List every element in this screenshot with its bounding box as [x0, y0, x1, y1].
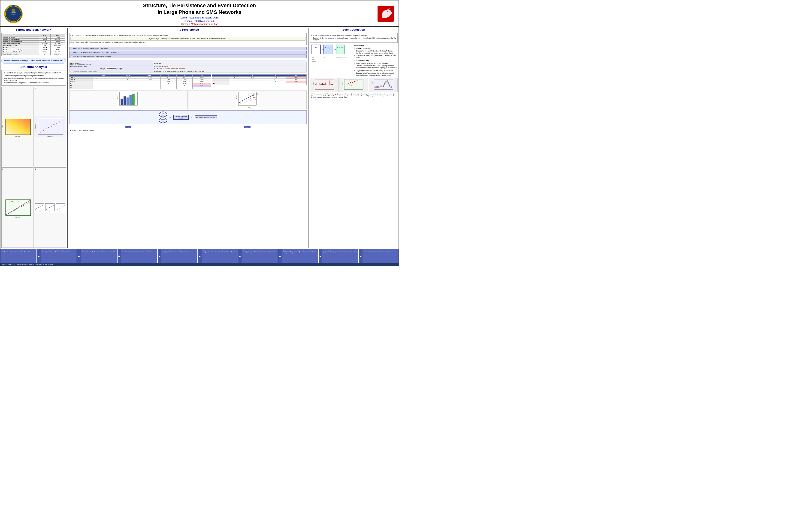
svg-rect-56 — [311, 45, 321, 54]
cloud-stats: Around 2M users, 50M edges, 500M phone c… — [1, 58, 66, 63]
degree-cell: Degree (K) — [153, 62, 307, 65]
ed-plot-caption: (left) Z score vs time with W=5 and F=in… — [310, 93, 398, 99]
corr-row-tp: TP1 — [70, 87, 211, 89]
pred-plot-2: number of days Accuracy LR with all feat… — [188, 91, 307, 109]
ed-plot-3: time (days) inweight — [369, 78, 398, 92]
question-1-text: How to predict whether a link will persi… — [73, 48, 109, 49]
svg-point-21 — [59, 121, 60, 122]
summary-arrow-4: ▶ — [158, 249, 162, 263]
summary-text-10: These results can be used to spot top us… — [364, 250, 397, 254]
summary-box-4: Tie strength increases by increasing nei… — [121, 249, 158, 263]
ed-bullet-3: Largest eigenvector of C give the 'activ… — [354, 70, 398, 72]
network-cell: 468.70M — [51, 51, 65, 53]
check-icon-1: ✔ — [71, 48, 72, 50]
svg-text:avg k_nn: avg k_nn — [34, 124, 36, 130]
svg-text:(b) # Phone calls: (b) # Phone calls — [48, 211, 53, 212]
summary-arrow-1: ▶ — [37, 249, 41, 263]
network-cell: 0.55M — [39, 47, 51, 49]
corr2-empty — [212, 74, 229, 76]
svg-text:a(t): a(t) — [312, 56, 314, 58]
svg-text:typical: typical — [312, 59, 315, 60]
ed-plot-1: time (days) Z score — [310, 78, 339, 92]
lr-inputs-text: • Link A-B • Link & node attr at time t — [69, 129, 307, 132]
footer: Dataset used for this work was provided … — [0, 263, 399, 266]
summary-box-2: Deg of node & avg deg of its neighbors e… — [41, 249, 77, 263]
svg-rect-41 — [127, 97, 129, 105]
summary-text-7: Regression techniques give better accura… — [243, 250, 277, 254]
svg-point-14 — [40, 132, 41, 133]
summary-box-3: Total node strength grows super-linearly… — [81, 249, 117, 263]
svg-rect-89 — [331, 84, 332, 85]
lr-oval-node: Nodeattr — [159, 117, 167, 123]
svg-rect-75 — [316, 84, 316, 85]
title-line1: Structure, Tie Persistence and Event Det… — [23, 2, 376, 9]
corr-row-dr: Delta_r10.080.060.043 — [70, 81, 211, 83]
svg-point-17 — [48, 127, 50, 128]
summary-text-8: Large change in users' "eigen-behaviors"… — [283, 250, 317, 254]
question-2-text: How are these attributes correlated to e… — [73, 52, 119, 53]
question-2: ✔ How are these attributes correlated to… — [69, 51, 307, 54]
network-row-label: Total number of SMS/calls — [3, 51, 39, 53]
right-column: Event Detection At which points in time … — [310, 28, 398, 248]
phone-sms-title: Phone and SMS network — [1, 28, 66, 32]
svg-rect-80 — [321, 83, 322, 85]
footer-text: Dataset used for this work was provided … — [2, 264, 55, 265]
corr-r: R — [161, 74, 177, 76]
svg-rect-9 — [6, 119, 30, 134]
corr2-k: K — [240, 74, 265, 76]
node-attr-header: Node Attributes — [153, 60, 307, 62]
svg-point-18 — [51, 126, 52, 127]
svg-rect-42 — [129, 95, 132, 105]
network-row-label: Number of nodes — [3, 37, 39, 39]
corr-row-dk: Delta_K1-0.13-0.4-0.40.073 — [70, 78, 211, 81]
svg-text:Z score: Z score — [313, 82, 314, 84]
svg-rect-77 — [318, 84, 318, 85]
event-detection-plots: time (days) Z score — [310, 78, 398, 92]
svg-point-97 — [351, 85, 352, 86]
network-cell: N/A — [39, 53, 51, 55]
svg-text:N: N — [315, 46, 317, 49]
corr-deltak: Delta_K — [116, 74, 139, 76]
network-row-label: Number of undirected edges — [3, 41, 39, 43]
cmu-logo: Carnegie Mellon UNIVERSITY — [4, 5, 23, 23]
tp-formula: pij = 1/M Σ Aij(T) where Aij(T) is 1 if … — [71, 37, 305, 41]
chart-3: 3 degree k y=1.202x+0.174 — [1, 167, 34, 248]
network-row-label: Total duration of calls — [3, 53, 39, 55]
ed-bullet-2: Generate a correlation matrix C, with Ci… — [354, 65, 398, 69]
svg-point-104 — [347, 83, 349, 84]
poster: Carnegie Mellon UNIVERSITY Structure, Ti… — [0, 0, 399, 266]
question-1: ✔ How to predict whether a link will per… — [69, 46, 307, 50]
corr-table-left: Delta_C Delta_K Delta_r R TO TP Delta_C1… — [69, 74, 211, 89]
pred-plot-1: t+k Accuracy — [69, 91, 188, 109]
svg-rect-78 — [319, 83, 319, 85]
corr-to: TO — [177, 74, 193, 76]
svg-rect-109 — [372, 78, 394, 92]
svg-point-102 — [350, 82, 351, 83]
network-row-label: Number of directed edges — [3, 39, 39, 41]
svg-text:SMS: SMS — [2, 126, 3, 128]
svg-text:degree k: degree k — [15, 136, 20, 137]
svg-rect-79 — [320, 84, 321, 85]
corr-table-right-wrapper: C K r UP C10.0680.270.26 K10.90.07 — [212, 74, 307, 90]
svg-rect-62 — [336, 45, 344, 54]
email: {lakoglu , bbd}@cs.cmu.edu — [23, 20, 376, 22]
divider-left-middle — [68, 28, 68, 248]
svg-text:Accuracy: Accuracy — [117, 95, 118, 99]
svg-text:→: → — [322, 48, 324, 51]
summary-box-7: Regression techniques give better accura… — [242, 249, 278, 263]
summary-box-9: Our method detected "events" that coinci… — [322, 249, 359, 263]
summary-text-3: Total node strength grows super-linearly… — [82, 250, 115, 252]
svg-rect-40 — [124, 96, 126, 105]
corr-row-to: TO10.22 — [70, 85, 211, 87]
network-cell: 5.49x10^10 — [51, 45, 65, 47]
svg-rect-76 — [317, 83, 317, 85]
corr-table-right: C K r UP C10.0680.270.26 K10.90.07 — [212, 74, 307, 85]
arrow-2: → — [190, 116, 193, 118]
check-icon-2: ✔ — [71, 51, 72, 53]
network-row-label: Total duration of calls — [3, 45, 39, 47]
summary-arrow-2: ▶ — [77, 249, 81, 263]
svg-rect-24 — [2, 197, 33, 218]
tp-definition-box: • Tie Persistence (TP) : It is the stabi… — [69, 33, 307, 45]
output-label: Output — [244, 126, 250, 128]
lr-title: Logistic RegressionModel — [175, 116, 187, 119]
